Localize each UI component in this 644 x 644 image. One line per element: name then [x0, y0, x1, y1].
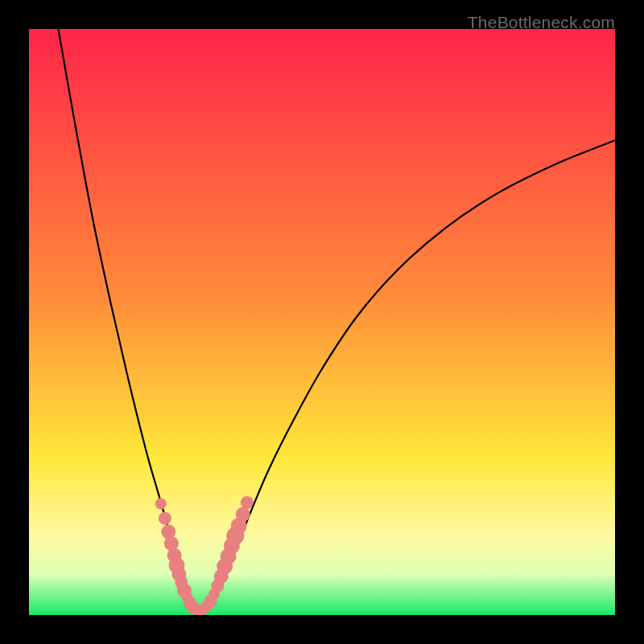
marker-point — [159, 512, 171, 525]
bottleneck-chart — [29, 29, 615, 615]
gradient-background — [29, 29, 615, 615]
marker-point — [155, 498, 167, 510]
outer-frame: TheBottleneck.com — [0, 0, 644, 644]
marker-point — [241, 496, 254, 509]
marker-point — [236, 507, 250, 522]
plot-area — [29, 29, 615, 615]
